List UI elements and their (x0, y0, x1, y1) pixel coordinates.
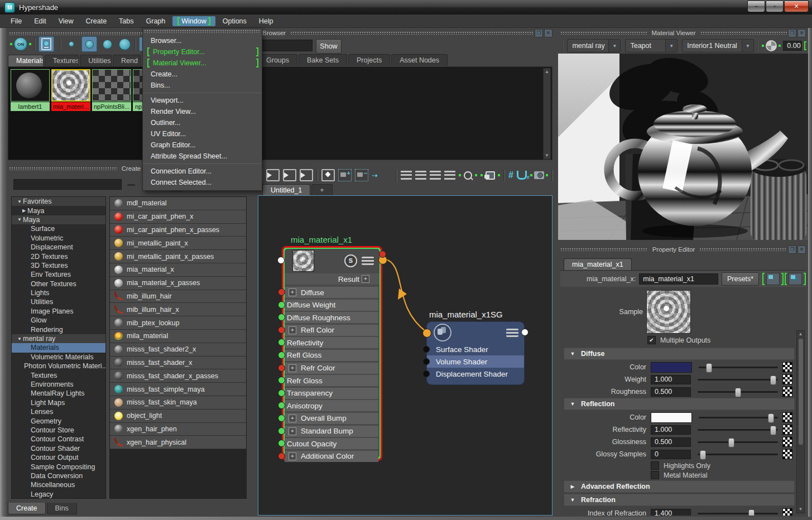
graph-output-connections-button[interactable] (300, 169, 313, 181)
graph-downstream-button[interactable]: ⇢ (372, 171, 378, 180)
map-texture-button[interactable] (782, 387, 792, 397)
menu-item[interactable]: Viewport... (143, 93, 262, 106)
slider[interactable] (698, 513, 778, 514)
material-swatch-thumbnail[interactable] (51, 69, 90, 102)
exposure-field[interactable]: 0.00 (783, 41, 802, 51)
tree-item[interactable]: Image Planes (12, 307, 105, 316)
node-attribute-row[interactable]: + Overall Bump (285, 413, 378, 424)
node-attribute-row[interactable]: + Standard Bump (285, 426, 378, 437)
section-header[interactable]: ▼ Reflection (564, 398, 795, 410)
float-panel-icon[interactable]: ❐ (788, 245, 796, 254)
node-attribute-row[interactable]: Cutout Opacity (285, 438, 378, 449)
attribute-port[interactable] (278, 440, 285, 447)
shading-group-node[interactable]: Surface Shader Volume Shader Displacemen… (427, 322, 524, 384)
menubar-item[interactable]: Help (254, 16, 278, 26)
attribute-port[interactable] (278, 415, 285, 422)
value-field[interactable]: 1.000 (651, 425, 691, 435)
value-field[interactable]: 1.400 (651, 509, 691, 516)
expand-icon[interactable]: + (289, 452, 296, 460)
clear-graph-button[interactable] (321, 169, 335, 181)
node-attribute-row[interactable]: Refl Gloss (285, 350, 378, 361)
node-type-item[interactable]: mia_material_x_passes (110, 277, 246, 290)
map-texture-button[interactable] (782, 362, 792, 372)
value-field[interactable]: 0.500 (651, 387, 691, 397)
attribute-port[interactable] (278, 427, 285, 435)
tree-item[interactable]: Light Maps (12, 398, 105, 407)
slider-handle[interactable] (770, 375, 776, 385)
close-panel-icon[interactable]: ✕ (544, 29, 552, 37)
attribute-port[interactable] (278, 326, 285, 334)
slider[interactable] (698, 391, 778, 393)
tree-item[interactable]: Env Textures (12, 270, 105, 279)
attribute-port[interactable] (278, 314, 285, 321)
menubar-item[interactable]: Edit (29, 16, 51, 26)
expand-icon[interactable]: + (289, 427, 296, 435)
node-attribute-row[interactable]: Diffuse Roughness (285, 312, 378, 323)
browser-tab[interactable]: Asset Nodes (391, 54, 448, 66)
tree-item[interactable]: Lenses (12, 407, 105, 416)
node-type-item[interactable]: misss_fast_shader_x (110, 357, 246, 370)
swatch-panel-tab[interactable]: Utilities (80, 55, 112, 66)
menu-item[interactable]: Connect Selected... (143, 177, 262, 188)
tree-item[interactable]: 2D Textures (12, 252, 105, 261)
tree-item[interactable]: Sample Compositing (12, 462, 105, 471)
show-in-lookdev-button[interactable] (762, 273, 784, 285)
swatch-panel-tab[interactable]: Textures (45, 55, 79, 66)
shader-node-mia-material[interactable]: S Result + + Diffuse (282, 246, 382, 461)
node-editor-viewport[interactable]: mia_material_x1 S Result + (258, 195, 552, 516)
node-result-row[interactable]: Result + (285, 273, 379, 285)
swatch-size-large-button[interactable] (100, 37, 114, 51)
attribute-checkbox[interactable]: ✔ (651, 471, 659, 479)
node-type-item[interactable]: mib_illum_hair (110, 290, 246, 304)
tree-item[interactable]: Other Textures (12, 280, 105, 288)
material-swatch-thumbnail[interactable] (11, 69, 50, 102)
node-type-item[interactable]: mib_ptex_lookup (110, 316, 246, 330)
slider[interactable] (698, 429, 778, 431)
tree-item[interactable]: ▶ Maya (12, 206, 105, 215)
slider[interactable] (698, 441, 778, 443)
scroll-down-icon[interactable]: ▼ (799, 506, 803, 513)
scroll-up-icon[interactable]: ▲ (799, 331, 803, 338)
presets-button[interactable]: Presets* (722, 272, 759, 286)
tree-item[interactable]: Rendering (12, 325, 105, 334)
menubar-item[interactable]: View (54, 16, 79, 26)
attribute-port[interactable] (278, 402, 285, 409)
menubar-item[interactable]: File (6, 16, 27, 26)
swatch-size-xlarge-button[interactable] (117, 37, 132, 51)
node-attribute-row[interactable]: Diffuse Weight (285, 300, 378, 311)
tree-item[interactable]: ▼ Favorites (12, 197, 105, 206)
node-header[interactable]: S (285, 249, 379, 272)
node-type-item[interactable]: object_light (110, 410, 246, 423)
tree-item[interactable]: Utilities (12, 297, 105, 306)
sg-attribute-row[interactable]: Displacement Shader (427, 368, 524, 380)
tree-arrow-icon[interactable]: ▶ (21, 208, 27, 213)
swatch-size-medium-button[interactable] (81, 36, 97, 52)
node-type-item[interactable]: misss_fast_skin_maya (110, 396, 246, 410)
tree-item[interactable]: Photon Volumetric Materi... (12, 362, 105, 370)
expand-icon[interactable]: + (289, 288, 296, 296)
attribute-port[interactable] (278, 339, 285, 346)
map-texture-button[interactable] (782, 437, 792, 447)
attribute-port[interactable] (278, 288, 285, 296)
graph-input-connections-button[interactable] (266, 169, 280, 181)
node-type-item[interactable]: misss_fast_shader_x_passes (110, 369, 246, 383)
remove-selected-from-graph-button[interactable]: – (355, 169, 368, 181)
menu-item[interactable]: Material Viewer... (143, 57, 262, 69)
swatch-panel-tab[interactable]: Rend (113, 55, 141, 66)
tree-item[interactable]: Contour Contrast (12, 435, 105, 444)
menu-item[interactable]: Create... (143, 69, 262, 80)
sg-output-port[interactable] (521, 329, 528, 336)
frame-selection-button[interactable] (481, 170, 500, 181)
attribute-checkbox[interactable]: ✔ (651, 461, 659, 470)
menu-tearoff-line[interactable] (144, 30, 261, 33)
float-panel-icon[interactable]: ❐ (535, 29, 543, 37)
graph-tab[interactable]: + (311, 184, 332, 196)
expand-icon[interactable]: + (289, 364, 296, 372)
tree-item[interactable]: 3D Textures (12, 261, 105, 270)
tree-item[interactable]: Lights (12, 288, 105, 297)
node-input-port[interactable] (277, 257, 285, 264)
menubar-item[interactable]: Window (172, 16, 215, 26)
create-filter-input[interactable] (13, 179, 122, 190)
scroll-down-icon[interactable]: ▼ (545, 152, 549, 159)
slider-handle[interactable] (770, 426, 776, 435)
